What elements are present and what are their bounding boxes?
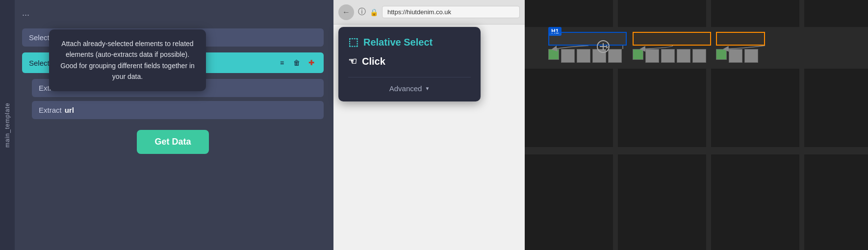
left-panel: main_template ··· Attach already-selecte…	[0, 0, 333, 250]
dark-block-mid-3	[711, 69, 799, 147]
small-box	[716, 49, 727, 60]
small-boxes-row-1	[548, 49, 622, 63]
list-icon[interactable]: ≡	[277, 57, 287, 68]
dark-block-bot-3	[711, 154, 799, 250]
top-bar: ···	[22, 10, 324, 20]
back-arrow-icon: ←	[342, 8, 350, 17]
browser-bar: ← ⓘ 🔒 https://hiutdenim.co.uk	[333, 0, 525, 25]
small-box	[645, 49, 659, 63]
dark-block-2	[618, 0, 706, 27]
dark-block-mid-2	[618, 69, 706, 147]
plus-icon[interactable]: ✚	[306, 57, 317, 68]
small-box	[677, 49, 690, 63]
small-box	[561, 49, 575, 63]
dark-block-3	[711, 0, 799, 27]
orange-highlight-box-1	[633, 32, 711, 46]
panel-content: ··· Attach already-selected elements to …	[15, 0, 333, 250]
small-boxes-row-3	[716, 49, 758, 63]
back-button[interactable]: ←	[338, 4, 354, 20]
lock-icon: 🔒	[370, 8, 378, 16]
small-box	[577, 49, 590, 63]
small-box	[744, 49, 758, 63]
right-inner: H1	[525, 0, 868, 250]
row-icons: ≡ 🗑 ✚	[277, 57, 317, 68]
popup-divider	[348, 77, 471, 77]
small-box	[633, 49, 643, 60]
get-data-button[interactable]: Get Data	[137, 130, 208, 154]
click-icon: ☜	[348, 55, 357, 67]
cursor-icon	[596, 39, 611, 54]
dark-block-bot-1	[525, 154, 613, 250]
extract-url-row[interactable]: Extract url	[32, 101, 324, 119]
dropdown-arrow-icon: ▼	[425, 86, 430, 91]
orange-highlight-box-2	[716, 32, 765, 46]
popup-advanced[interactable]: Advanced ▼	[348, 84, 471, 93]
popup-click-row[interactable]: ☜ Click	[348, 55, 471, 67]
url-bar[interactable]: https://hiutdenim.co.uk	[382, 6, 520, 18]
small-box	[661, 49, 675, 63]
small-boxes-row-2	[633, 49, 706, 63]
dark-block-bot-2	[618, 154, 706, 250]
relative-select-icon: ⬚	[348, 36, 358, 49]
dots-icon[interactable]: ···	[22, 10, 29, 20]
h1-highlight-box	[548, 32, 627, 46]
right-panel: H1	[525, 0, 868, 250]
dark-block-1	[525, 0, 613, 27]
small-box	[692, 49, 706, 63]
info-icon[interactable]: ⓘ	[358, 7, 366, 17]
dark-block-mid-4	[804, 69, 868, 147]
sidebar-label: main_template	[0, 0, 15, 250]
dark-block-mid-1	[525, 69, 613, 147]
popup-title: ⬚ Relative Select	[348, 36, 471, 49]
small-box	[548, 49, 559, 60]
popup-panel: ⬚ Relative Select ☜ Click Advanced ▼	[338, 27, 481, 101]
tooltip: Attach already-selected elements to rela…	[49, 29, 206, 91]
dark-block-bot-4	[804, 154, 868, 250]
small-box	[729, 49, 742, 63]
middle-panel: ← ⓘ 🔒 https://hiutdenim.co.uk ⬚ Relative…	[333, 0, 525, 250]
dark-block-4	[804, 0, 868, 27]
trash-icon[interactable]: 🗑	[291, 57, 302, 68]
